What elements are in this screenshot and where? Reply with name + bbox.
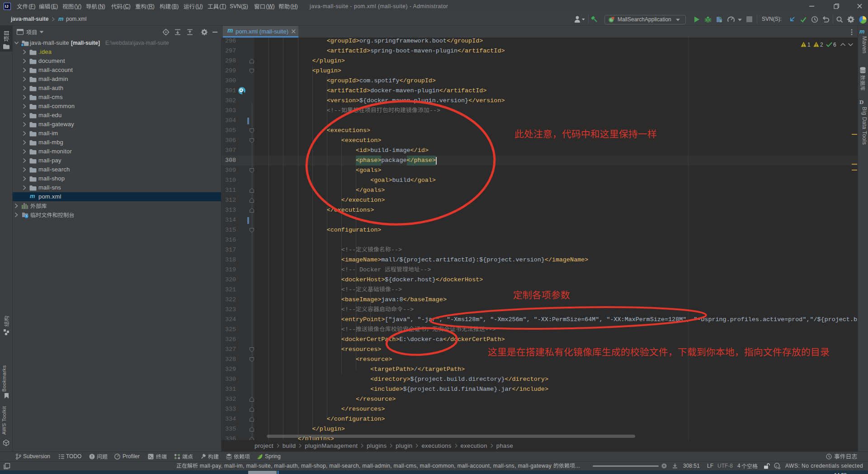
svg-text:c: c — [776, 464, 778, 468]
